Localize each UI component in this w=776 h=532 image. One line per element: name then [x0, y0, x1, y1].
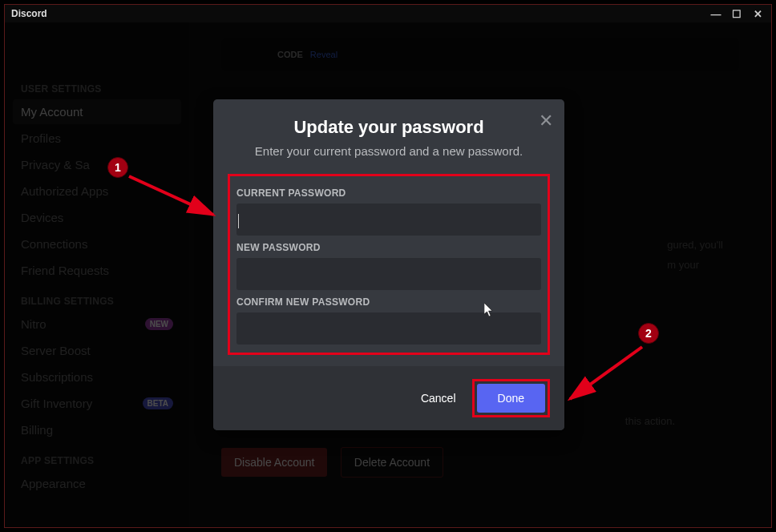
cursor-icon: [484, 303, 495, 320]
modal-header: Update your password Enter your current …: [213, 99, 564, 166]
current-password-input[interactable]: [236, 204, 541, 236]
window-controls: — ☐ ✕: [709, 8, 765, 20]
cancel-button[interactable]: Cancel: [421, 392, 456, 405]
annotation-arrow-1: [117, 167, 229, 231]
modal-body: CURRENT PASSWORD NEW PASSWORD CONFIRM NE…: [213, 166, 564, 366]
close-icon[interactable]: ✕: [539, 111, 553, 131]
titlebar: Discord — ☐ ✕: [5, 5, 771, 22]
app-body: USER SETTINGS My Account Profiles Privac…: [5, 22, 771, 527]
close-window-icon[interactable]: ✕: [750, 8, 765, 20]
done-button[interactable]: Done: [477, 384, 545, 413]
annotation-badge-1: 1: [107, 157, 128, 178]
maximize-icon[interactable]: ☐: [730, 8, 744, 20]
svg-line-1: [570, 347, 642, 399]
minimize-icon[interactable]: —: [709, 8, 723, 20]
annotated-fields: CURRENT PASSWORD NEW PASSWORD CONFIRM NE…: [228, 174, 550, 355]
window-title: Discord: [11, 8, 47, 19]
app-window: Discord — ☐ ✕ USER SETTINGS My Account P…: [4, 4, 772, 528]
svg-line-0: [129, 176, 213, 215]
update-password-modal: Update your password Enter your current …: [213, 99, 564, 430]
confirm-new-password-label: CONFIRM NEW PASSWORD: [236, 296, 541, 308]
current-password-label: CURRENT PASSWORD: [236, 187, 541, 199]
annotation-badge-2: 2: [638, 323, 659, 344]
modal-title: Update your password: [229, 117, 548, 138]
modal-subtitle: Enter your current password and a new pa…: [229, 144, 548, 158]
text-caret: [238, 214, 239, 228]
new-password-label: NEW PASSWORD: [236, 242, 541, 253]
annotation-arrow-2: [558, 339, 654, 411]
modal-footer: Cancel Done: [213, 366, 564, 430]
done-annotation-box: Done: [472, 379, 550, 417]
new-password-input[interactable]: [236, 258, 541, 290]
confirm-new-password-input[interactable]: [236, 312, 541, 345]
